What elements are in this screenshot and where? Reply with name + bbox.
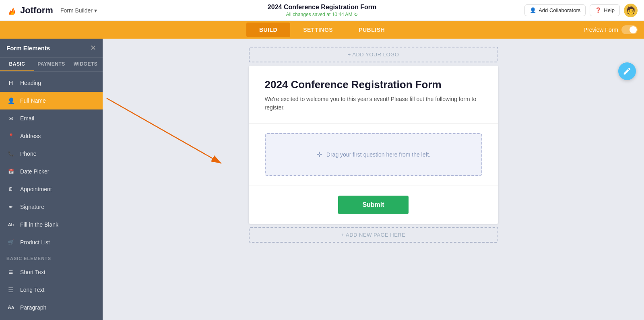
add-page-bar[interactable]: + ADD NEW PAGE HERE — [249, 227, 498, 243]
drop-zone-text: Drag your first question here from the l… — [326, 151, 430, 158]
fab-button[interactable] — [618, 62, 636, 80]
cart-icon — [6, 238, 15, 247]
submit-button[interactable]: Submit — [338, 196, 408, 214]
calendar-icon — [6, 167, 15, 176]
pencil-icon — [623, 67, 632, 76]
form-heading: 2024 Conference Registration Form We're … — [249, 66, 498, 124]
logo-text: Jotform — [20, 5, 53, 16]
refresh-icon: ↻ — [354, 12, 358, 17]
form-heading-title: 2024 Conference Registration Form — [265, 78, 482, 91]
tab-payments[interactable]: PAYMENTS — [34, 58, 68, 71]
form-canvas: + ADD YOUR LOGO 2024 Conference Registra… — [103, 39, 644, 320]
sidebar-item-label: Product List — [20, 239, 50, 246]
drop-zone-inner: ✛ Drag your first question here from the… — [265, 133, 482, 176]
sidebar-title: Form Elements — [6, 45, 50, 52]
sidebar: Form Elements ✕ BASIC PAYMENTS WIDGETS H… — [0, 39, 103, 320]
nav-tabs: BUILD SETTINGS PUBLISH — [0, 23, 644, 37]
help-icon: ❓ — [595, 7, 601, 13]
signature-icon — [6, 202, 15, 211]
sidebar-item-label: Short Text — [20, 269, 45, 275]
nav-bar: BUILD SETTINGS PUBLISH Preview Form — [0, 21, 644, 39]
form-builder-button[interactable]: Form Builder ▾ — [57, 6, 100, 15]
svg-line-1 — [107, 98, 221, 163]
top-header: Jotform Form Builder ▾ 2024 Conference R… — [0, 0, 644, 21]
logo-area: Jotform Form Builder ▾ — [6, 5, 100, 16]
person-plus-icon: 👤 — [530, 7, 536, 13]
tab-basic[interactable]: BASIC — [0, 58, 34, 71]
long-text-icon — [6, 285, 15, 294]
help-button[interactable]: ❓ Help — [590, 4, 620, 16]
sidebar-item-label: Heading — [20, 80, 41, 86]
tab-publish[interactable]: PUBLISH — [346, 23, 398, 37]
main-layout: Form Elements ✕ BASIC PAYMENTS WIDGETS H… — [0, 39, 644, 320]
sidebar-item-label: Address — [20, 133, 41, 139]
preview-label: Preview Form — [584, 27, 618, 33]
toggle-knob — [630, 26, 637, 33]
sidebar-item-label: Email — [20, 115, 34, 122]
sidebar-header: Form Elements ✕ — [0, 39, 103, 58]
form-drop-zone[interactable]: ✛ Drag your first question here from the… — [249, 124, 498, 186]
form-card: 2024 Conference Registration Form We're … — [249, 66, 498, 224]
person-icon — [6, 96, 15, 105]
header-right: 👤 Add Collaborators ❓ Help 🧑 — [524, 4, 638, 17]
avatar[interactable]: 🧑 — [624, 4, 638, 17]
sidebar-item-signature[interactable]: Signature — [0, 198, 103, 216]
sidebar-item-label: Date Picker — [20, 168, 49, 175]
avatar-image: 🧑 — [624, 4, 638, 17]
sidebar-item-phone[interactable]: Phone — [0, 145, 103, 163]
sidebar-item-label: Fill in the Blank — [20, 221, 58, 228]
form-builder-label: Form Builder — [60, 7, 93, 14]
sidebar-tabs: BASIC PAYMENTS WIDGETS — [0, 58, 103, 72]
preview-toggle[interactable] — [621, 25, 638, 34]
chevron-down-icon: ▾ — [94, 7, 97, 14]
header-center: 2024 Conference Registration Form All ch… — [268, 4, 376, 17]
form-submit-area: Submit — [249, 186, 498, 224]
preview-area: Preview Form — [584, 25, 638, 34]
logo[interactable]: Jotform — [6, 5, 53, 16]
form-heading-desc: We're excited to welcome you to this yea… — [265, 95, 482, 112]
sidebar-item-date-picker[interactable]: Date Picker — [0, 163, 103, 180]
phone-icon — [6, 149, 15, 158]
add-collaborators-label: Add Collaborators — [539, 7, 580, 13]
sidebar-item-paragraph[interactable]: Paragraph — [0, 299, 103, 316]
sidebar-item-label: Full Name — [20, 97, 46, 104]
sidebar-item-label: Long Text — [20, 287, 44, 293]
sidebar-item-heading[interactable]: Heading — [0, 74, 103, 92]
sidebar-item-fill-blank[interactable]: Fill in the Blank — [0, 216, 103, 233]
add-collaborators-button[interactable]: 👤 Add Collaborators — [524, 4, 586, 16]
email-icon — [6, 114, 15, 123]
sidebar-item-long-text[interactable]: Long Text — [0, 281, 103, 299]
sidebar-item-appointment[interactable]: Appointment — [0, 180, 103, 198]
short-text-icon — [6, 268, 15, 277]
paragraph-icon — [6, 303, 15, 312]
sidebar-items: Heading Full Name Email Address Phone Da — [0, 72, 103, 319]
tab-settings[interactable]: SETTINGS — [290, 23, 346, 37]
sidebar-item-email[interactable]: Email — [0, 109, 103, 127]
form-title-header: 2024 Conference Registration Form — [268, 4, 376, 11]
tab-build[interactable]: BUILD — [246, 23, 290, 37]
move-icon: ✛ — [316, 150, 322, 159]
sidebar-item-short-text[interactable]: Short Text — [0, 263, 103, 281]
sidebar-item-address[interactable]: Address — [0, 127, 103, 145]
sidebar-item-label: Appointment — [20, 186, 52, 192]
tab-widgets[interactable]: WIDGETS — [68, 58, 103, 71]
sidebar-item-full-name[interactable]: Full Name — [0, 92, 103, 109]
sidebar-item-product-list[interactable]: Product List — [0, 233, 103, 251]
help-label: Help — [604, 7, 615, 13]
fill-blank-icon — [6, 220, 15, 229]
sidebar-item-label: Paragraph — [20, 304, 46, 311]
sidebar-item-label: Signature — [20, 204, 44, 210]
heading-icon — [6, 78, 15, 87]
close-sidebar-button[interactable]: ✕ — [90, 44, 96, 52]
sidebar-section-basic-elements: BASIC ELEMENTS — [0, 251, 103, 263]
pin-icon — [6, 132, 15, 140]
appointment-icon — [6, 185, 15, 194]
sidebar-item-label: Phone — [20, 151, 36, 157]
add-logo-bar[interactable]: + ADD YOUR LOGO — [249, 47, 498, 62]
save-status: All changes saved at 10:44 AM ↻ — [268, 12, 376, 17]
save-status-text: All changes saved at 10:44 AM — [286, 12, 353, 17]
